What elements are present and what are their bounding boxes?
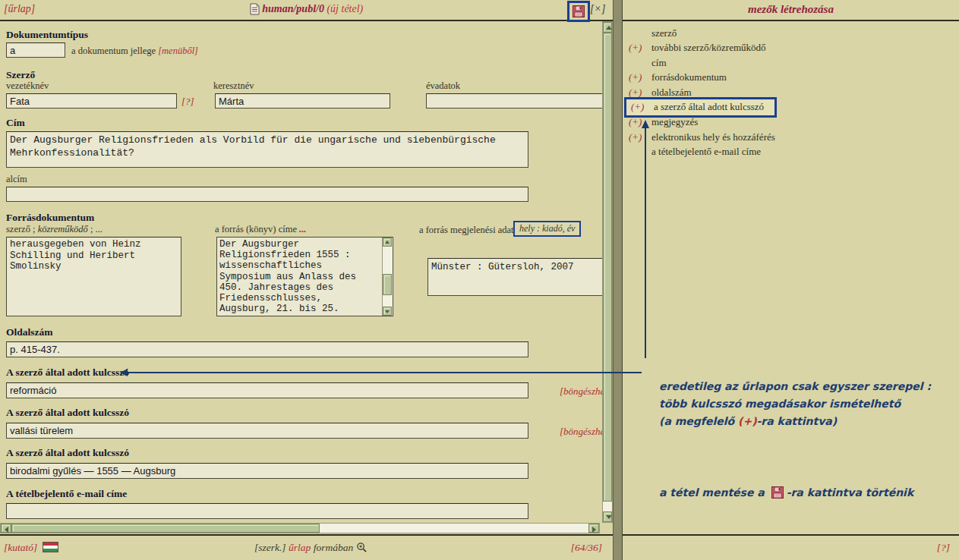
scroll-left-button[interactable] [1,524,11,533]
keyword1-heading: A szerző által adott kulcsszó [6,367,129,379]
pages-input[interactable] [6,341,528,357]
source-authors-label-em: közreműködő [38,224,88,234]
kutato-link[interactable]: [kutató] [4,542,37,554]
author-help-link[interactable]: [?] [181,96,194,108]
doctype-hint: a dokumentum jellege [menüből] [71,46,198,57]
field-item-label: további szerző/közreműködő [651,42,766,53]
book-scroll-up-button[interactable] [383,238,392,247]
field-item-megjegyzes[interactable]: (+)megjegyzés [629,116,698,128]
record-counter[interactable]: [64/36] [571,542,602,554]
keyword1-input[interactable] [6,382,528,398]
title-heading: Cím [6,117,25,129]
field-creation-panel: mezők létrehozása szerző (+)további szer… [623,0,959,560]
panel-divider [613,0,623,560]
keyword2-input[interactable] [6,423,528,439]
new-item-label: (új tétel) [327,3,363,14]
email-heading: A tételbejelentő e-mail címe [6,488,127,500]
scroll-right-button[interactable] [588,524,599,533]
field-item-label: megjegyzés [651,116,698,127]
plus-icon[interactable]: (+) [629,131,651,143]
doctype-hint-text: a dokumentum jellege [71,46,158,56]
keyword-note: eredetileg az űrlapon csak egyszer szere… [659,378,931,430]
field-item-szerzo[interactable]: szerző [629,27,677,39]
book-title-textarea[interactable]: Der Augsburger Religionsfrieden 1555 : w… [217,238,382,316]
keyword3-input[interactable] [6,463,528,479]
pub-label: a forrás megjelenési adatai: [419,225,523,236]
panel-title: mezők létrehozása [623,3,959,16]
doctype-input[interactable] [6,42,65,58]
keyword2-heading: A szerző által adott kulcsszó [6,407,129,419]
source-authors-textarea[interactable]: herausgegeben von Heinz Schilling und He… [6,237,181,316]
field-item-kulcsszo-highlighted[interactable]: (+)a szerző által adott kulcsszó [624,97,777,118]
source-authors-label-post: ; ... [88,224,103,234]
author-heading: Szerző [6,69,35,81]
keyword3-heading: A szerző által adott kulcsszó [6,447,129,459]
form-vertical-scrollbar[interactable] [602,21,613,523]
keyword-note-plus: (+) [738,415,757,427]
form-panel: [űrlap] human/publ/0 (új tétel) [×] Doku… [0,0,613,560]
book-scroll-thumb[interactable] [383,274,392,295]
field-item-label: a szerző által adott kulcsszó [654,101,764,112]
subtitle-input[interactable] [6,187,528,202]
form-status-bar: [kutató] [szerk.] űrlap formában [64/36] [0,534,613,560]
keyword-note-line3: (a megfelelő (+)-ra kattintva) [659,413,931,430]
plus-icon[interactable]: (+) [629,71,651,83]
field-item-label: oldalszám [651,87,692,98]
field-item-label: forrásdokumentum [651,71,727,83]
panel-status-bar: [?] [623,534,959,560]
book-title-label-text: a forrás (könyv) címe [215,224,299,234]
document-icon [250,3,260,15]
doctype-heading: Dokumentumtípus [6,29,88,41]
scroll-up-button[interactable] [603,22,612,33]
plus-icon[interactable]: (+) [631,101,654,113]
book-title-label: a forrás (könyv) címe ... [215,224,306,235]
h-scroll-thumb[interactable] [11,524,320,533]
subtitle-label: alcím [6,174,27,185]
book-title-scrollbar[interactable] [382,238,393,316]
szerk-link[interactable]: [szerk.] [254,542,286,553]
field-item-label: elektronikus hely és hozzáférés [651,131,775,143]
hungarian-flag-icon[interactable] [43,542,58,552]
book-scroll-down-button[interactable] [383,307,392,316]
save-note-post: -ra kattintva történik [787,486,914,499]
save-button[interactable] [567,1,590,22]
panel-title-bar: mezők létrehozása [623,0,959,21]
years-label: évadatok [426,80,460,92]
years-input[interactable] [426,93,604,109]
menu-link[interactable]: [menüből] [158,46,198,56]
email-input[interactable] [6,503,528,519]
source-authors-label: szerző ; közreműködő ; ... [6,224,103,235]
pub-textarea[interactable]: Münster : Gütersloh, 2007 [427,258,604,296]
help-link[interactable]: [?] [937,542,950,554]
arrow-left-head-icon [120,369,128,376]
urlap-mode-label: űrlap [289,542,311,553]
keyword-annotation-arrow-line [128,372,642,373]
formaban-label: formában [314,542,354,553]
arrow-up-head-icon [642,120,649,128]
lastname-input[interactable] [6,93,177,109]
plus-annotation-arrow-line [645,127,646,358]
firstname-label: keresztnév [213,80,254,92]
lastname-label: vezetéknév [6,80,49,92]
floppy-icon [771,486,784,499]
field-item-forrasdokumentum[interactable]: (+)forrásdokumentum [629,71,727,83]
field-item-tovabbi-szerzo[interactable]: (+)további szerző/közreműködő [629,42,766,54]
save-note-pre: a tétel mentése a [659,486,765,499]
save-note: a tétel mentése a -ra kattintva történik [659,484,913,502]
zoom-magnifier-icon[interactable] [356,542,368,553]
field-item-email[interactable]: a tételbejelentő e-mail címe [629,146,761,158]
plus-icon[interactable]: (+) [629,42,651,54]
close-button[interactable]: [×] [590,3,605,15]
keyword-note-line3-post: -ra kattintva) [757,415,838,427]
firstname-input[interactable] [215,93,390,109]
form-horizontal-scrollbar[interactable] [0,523,600,533]
field-item-cim[interactable]: cím [629,57,667,69]
scroll-down-button[interactable] [603,511,612,522]
field-item-elektronikus-hely[interactable]: (+)elektronikus hely és hozzáférés [629,131,775,143]
title-textarea[interactable]: Der Augsburger Religionsfrieden als Vorb… [6,131,528,168]
scroll-thumb[interactable] [603,33,612,502]
app-window: [űrlap] human/publ/0 (új tétel) [×] Doku… [0,0,959,560]
book-title-more-link[interactable]: ... [299,224,306,234]
field-item-label: szerző [651,27,677,39]
field-item-label: a tételbejelentő e-mail címe [651,146,761,157]
